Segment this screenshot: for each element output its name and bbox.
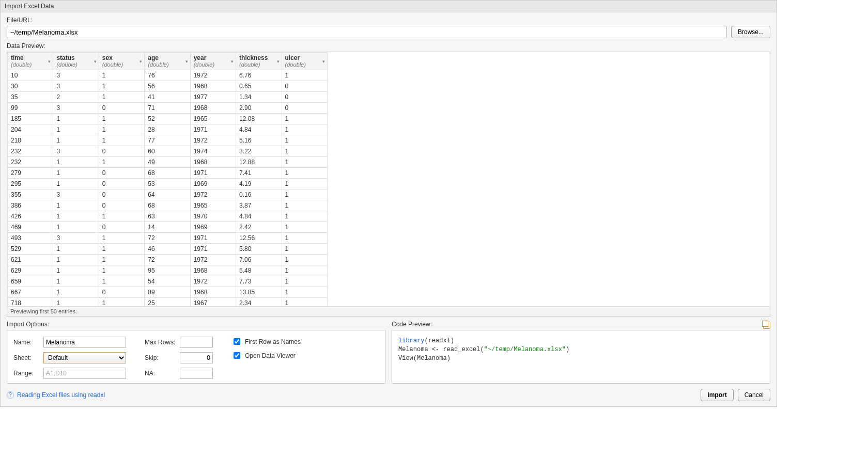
table-row[interactable]: 529114619715.801 <box>8 244 328 255</box>
table-cell: 13.85 <box>236 287 282 298</box>
table-cell: 72 <box>145 255 190 265</box>
table-row[interactable]: 621117219727.061 <box>8 255 328 265</box>
table-row[interactable]: 210117719725.161 <box>8 135 328 146</box>
column-header-thickness[interactable]: thickness(double)▾ <box>236 53 282 70</box>
open-viewer-checkbox[interactable] <box>234 352 240 359</box>
table-row[interactable]: 30315619680.650 <box>8 81 328 92</box>
table-cell: 1 <box>99 233 144 244</box>
table-row[interactable]: 99307119682.900 <box>8 103 328 114</box>
table-cell: 1 <box>99 114 144 124</box>
skip-label: Skip: <box>145 354 176 361</box>
chevron-down-icon[interactable]: ▾ <box>48 59 51 64</box>
column-header-time[interactable]: time(double)▾ <box>8 53 53 70</box>
table-cell: 1968 <box>190 81 236 92</box>
table-row[interactable]: 2321149196812.881 <box>8 157 328 168</box>
table-row[interactable]: 232306019743.221 <box>8 146 328 157</box>
table-cell: 54 <box>145 276 190 287</box>
na-input[interactable] <box>180 368 213 379</box>
chevron-down-icon[interactable]: ▾ <box>140 59 142 64</box>
sheet-select[interactable]: Default <box>43 352 126 363</box>
table-cell: 4.84 <box>236 124 282 135</box>
table-cell: 4.84 <box>236 211 282 222</box>
table-cell: 0 <box>99 287 144 298</box>
range-label: Range: <box>13 370 39 377</box>
chevron-down-icon[interactable]: ▾ <box>94 59 97 64</box>
cancel-button[interactable]: Cancel <box>738 389 770 401</box>
table-row[interactable]: 204112819714.841 <box>8 124 328 135</box>
table-row[interactable]: 4933172197112.561 <box>8 233 328 244</box>
column-header-age[interactable]: age(double)▾ <box>145 53 190 70</box>
table-cell: 1 <box>53 200 99 211</box>
column-header-year[interactable]: year(double)▾ <box>190 53 236 70</box>
name-input[interactable] <box>43 337 126 348</box>
chevron-down-icon[interactable]: ▾ <box>185 59 188 64</box>
table-cell: 3 <box>53 189 99 200</box>
name-label: Name: <box>13 339 39 346</box>
table-cell: 1 <box>99 124 144 135</box>
help-link[interactable]: ? Reading Excel files using readxl <box>7 391 105 399</box>
file-url-input[interactable] <box>7 26 727 38</box>
chevron-down-icon[interactable]: ▾ <box>322 59 325 64</box>
table-row[interactable]: 355306419720.161 <box>8 189 328 200</box>
options-grid: Name: Sheet: Default Range: <box>13 337 379 379</box>
table-cell: 1977 <box>190 92 236 103</box>
table-cell: 12.88 <box>236 157 282 168</box>
table-row[interactable]: 659115419727.731 <box>8 276 328 287</box>
dialog-footer: ? Reading Excel files using readxl Impor… <box>7 389 770 401</box>
dialog-title: Import Excel Data <box>1 1 777 12</box>
first-row-checkbox[interactable] <box>234 338 240 345</box>
table-row[interactable]: 386106819653.871 <box>8 200 328 211</box>
table-cell: 1 <box>282 276 327 287</box>
browse-button[interactable]: Browse... <box>731 26 770 38</box>
import-button[interactable]: Import <box>701 389 733 401</box>
table-cell: 3 <box>53 233 99 244</box>
table-cell: 3.22 <box>236 146 282 157</box>
range-input[interactable] <box>43 368 126 379</box>
table-row[interactable]: 10317619726.761 <box>8 70 328 81</box>
table-cell: 1972 <box>190 189 236 200</box>
column-header-sex[interactable]: sex(double)▾ <box>99 53 144 70</box>
table-row[interactable]: 1851152196512.081 <box>8 114 328 124</box>
table-cell: 1 <box>53 135 99 146</box>
table-row[interactable]: 295105319694.191 <box>8 179 328 189</box>
table-cell: 204 <box>8 124 53 135</box>
table-cell: 1 <box>53 179 99 189</box>
table-cell: 621 <box>8 255 53 265</box>
maxrows-input[interactable] <box>180 337 213 348</box>
table-cell: 659 <box>8 276 53 287</box>
import-options-panel: Import Options: Name: Sheet: Default <box>7 321 385 384</box>
table-cell: 210 <box>8 135 53 146</box>
table-cell: 1972 <box>190 276 236 287</box>
code-preview-box: library(readxl) Melanoma <- read_excel("… <box>392 330 770 384</box>
code-preview-panel: Code Preview: library(readxl) Melanoma <… <box>392 321 770 384</box>
skip-input[interactable] <box>180 352 213 363</box>
table-row[interactable]: 426116319704.841 <box>8 211 328 222</box>
table-row[interactable]: 469101419692.421 <box>8 222 328 233</box>
table-cell: 1 <box>282 287 327 298</box>
table-cell: 1 <box>282 124 327 135</box>
table-row[interactable]: 279106819717.411 <box>8 168 328 179</box>
table-cell: 718 <box>8 298 53 307</box>
table-cell: 68 <box>145 168 190 179</box>
first-row-label: First Row as Names <box>245 338 301 345</box>
table-row[interactable]: 718112519672.341 <box>8 298 328 307</box>
table-row[interactable]: 629119519685.481 <box>8 265 328 276</box>
table-cell: 30 <box>8 81 53 92</box>
table-cell: 1 <box>53 265 99 276</box>
column-header-ulcer[interactable]: ulcer(double)▾ <box>282 53 327 70</box>
table-cell: 7.06 <box>236 255 282 265</box>
import-options-label: Import Options: <box>7 321 385 328</box>
chevron-down-icon[interactable]: ▾ <box>231 59 234 64</box>
table-row[interactable]: 6671089196813.851 <box>8 287 328 298</box>
column-name: thickness <box>239 54 278 61</box>
table-cell: 1 <box>99 276 144 287</box>
column-header-status[interactable]: status(double)▾ <box>53 53 99 70</box>
chevron-down-icon[interactable]: ▾ <box>277 59 280 64</box>
table-cell: 629 <box>8 265 53 276</box>
copy-code-icon[interactable] <box>763 322 770 329</box>
table-cell: 25 <box>145 298 190 307</box>
table-cell: 1965 <box>190 114 236 124</box>
table-row[interactable]: 35214119771.340 <box>8 92 328 103</box>
table-cell: 1 <box>99 157 144 168</box>
data-preview-scroll[interactable]: time(double)▾status(double)▾sex(double)▾… <box>7 52 770 306</box>
